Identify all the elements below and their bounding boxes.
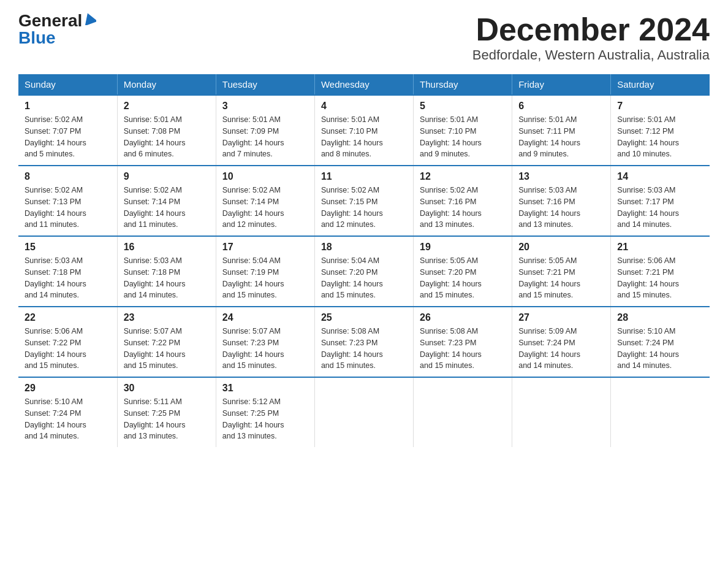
calendar-header-wednesday: Wednesday	[314, 74, 413, 95]
day-number: 21	[617, 242, 703, 253]
day-number: 9	[124, 171, 210, 182]
calendar-cell: 25Sunrise: 5:08 AMSunset: 7:23 PMDayligh…	[314, 307, 413, 377]
title-block: December 2024 Bedfordale, Western Austra…	[472, 12, 710, 63]
calendar-cell: 10Sunrise: 5:02 AMSunset: 7:14 PMDayligh…	[216, 166, 314, 236]
calendar-cell: 19Sunrise: 5:05 AMSunset: 7:20 PMDayligh…	[414, 236, 512, 307]
calendar-cell: 9Sunrise: 5:02 AMSunset: 7:14 PMDaylight…	[117, 166, 216, 236]
day-info: Sunrise: 5:02 AMSunset: 7:14 PMDaylight:…	[124, 185, 210, 231]
page-subtitle: Bedfordale, Western Australia, Australia	[472, 47, 710, 63]
day-number: 14	[617, 171, 703, 182]
day-info: Sunrise: 5:02 AMSunset: 7:13 PMDaylight:…	[25, 185, 111, 231]
calendar-header-saturday: Saturday	[611, 74, 710, 95]
day-number: 16	[124, 242, 210, 253]
day-info: Sunrise: 5:06 AMSunset: 7:21 PMDaylight:…	[617, 255, 703, 301]
day-info: Sunrise: 5:01 AMSunset: 7:09 PMDaylight:…	[222, 114, 308, 160]
day-number: 19	[420, 242, 506, 253]
calendar-cell	[314, 377, 413, 447]
calendar-header-thursday: Thursday	[414, 74, 512, 95]
calendar-cell: 26Sunrise: 5:08 AMSunset: 7:23 PMDayligh…	[414, 307, 512, 377]
day-number: 31	[222, 383, 308, 394]
calendar-cell: 21Sunrise: 5:06 AMSunset: 7:21 PMDayligh…	[611, 236, 710, 307]
day-info: Sunrise: 5:05 AMSunset: 7:21 PMDaylight:…	[518, 255, 604, 301]
day-info: Sunrise: 5:01 AMSunset: 7:10 PMDaylight:…	[321, 114, 407, 160]
calendar-cell: 3Sunrise: 5:01 AMSunset: 7:09 PMDaylight…	[216, 95, 314, 166]
day-number: 23	[124, 312, 210, 323]
calendar-header-friday: Friday	[512, 74, 611, 95]
day-number: 17	[222, 242, 308, 253]
day-number: 13	[518, 171, 604, 182]
day-number: 10	[222, 171, 308, 182]
calendar-week-row: 29Sunrise: 5:10 AMSunset: 7:24 PMDayligh…	[18, 377, 710, 447]
day-number: 25	[321, 312, 407, 323]
calendar-cell: 1Sunrise: 5:02 AMSunset: 7:07 PMDaylight…	[18, 95, 117, 166]
day-info: Sunrise: 5:04 AMSunset: 7:20 PMDaylight:…	[321, 255, 407, 301]
day-number: 1	[25, 101, 111, 112]
day-number: 4	[321, 101, 407, 112]
day-number: 2	[124, 101, 210, 112]
day-info: Sunrise: 5:03 AMSunset: 7:16 PMDaylight:…	[518, 185, 604, 231]
day-info: Sunrise: 5:01 AMSunset: 7:08 PMDaylight:…	[124, 114, 210, 160]
calendar-cell: 22Sunrise: 5:06 AMSunset: 7:22 PMDayligh…	[18, 307, 117, 377]
calendar-week-row: 22Sunrise: 5:06 AMSunset: 7:22 PMDayligh…	[18, 307, 710, 377]
day-info: Sunrise: 5:02 AMSunset: 7:14 PMDaylight:…	[222, 185, 308, 231]
day-info: Sunrise: 5:03 AMSunset: 7:18 PMDaylight:…	[124, 255, 210, 301]
day-info: Sunrise: 5:01 AMSunset: 7:10 PMDaylight:…	[420, 114, 506, 160]
day-info: Sunrise: 5:11 AMSunset: 7:25 PMDaylight:…	[124, 396, 210, 442]
calendar-cell: 12Sunrise: 5:02 AMSunset: 7:16 PMDayligh…	[414, 166, 512, 236]
calendar-cell: 11Sunrise: 5:02 AMSunset: 7:15 PMDayligh…	[314, 166, 413, 236]
day-number: 5	[420, 101, 506, 112]
calendar-header-sunday: Sunday	[18, 74, 117, 95]
day-info: Sunrise: 5:05 AMSunset: 7:20 PMDaylight:…	[420, 255, 506, 301]
day-info: Sunrise: 5:09 AMSunset: 7:24 PMDaylight:…	[518, 326, 604, 372]
day-number: 15	[25, 242, 111, 253]
day-info: Sunrise: 5:01 AMSunset: 7:12 PMDaylight:…	[617, 114, 703, 160]
page-title: December 2024	[472, 12, 710, 47]
logo-general: General	[18, 12, 82, 29]
day-number: 24	[222, 312, 308, 323]
logo: General Blue	[18, 12, 96, 47]
day-info: Sunrise: 5:03 AMSunset: 7:17 PMDaylight:…	[617, 185, 703, 231]
calendar-cell: 27Sunrise: 5:09 AMSunset: 7:24 PMDayligh…	[512, 307, 611, 377]
day-number: 11	[321, 171, 407, 182]
day-number: 8	[25, 171, 111, 182]
day-info: Sunrise: 5:10 AMSunset: 7:24 PMDaylight:…	[617, 326, 703, 372]
calendar-cell: 17Sunrise: 5:04 AMSunset: 7:19 PMDayligh…	[216, 236, 314, 307]
day-info: Sunrise: 5:07 AMSunset: 7:22 PMDaylight:…	[124, 326, 210, 372]
day-number: 6	[518, 101, 604, 112]
day-number: 26	[420, 312, 506, 323]
day-number: 20	[518, 242, 604, 253]
day-info: Sunrise: 5:04 AMSunset: 7:19 PMDaylight:…	[222, 255, 308, 301]
logo-blue: Blue	[18, 29, 56, 47]
day-info: Sunrise: 5:02 AMSunset: 7:15 PMDaylight:…	[321, 185, 407, 231]
calendar-week-row: 1Sunrise: 5:02 AMSunset: 7:07 PMDaylight…	[18, 95, 710, 166]
calendar-cell: 14Sunrise: 5:03 AMSunset: 7:17 PMDayligh…	[611, 166, 710, 236]
day-number: 12	[420, 171, 506, 182]
calendar-cell	[611, 377, 710, 447]
day-number: 29	[25, 383, 111, 394]
calendar-header-monday: Monday	[117, 74, 216, 95]
calendar-cell: 15Sunrise: 5:03 AMSunset: 7:18 PMDayligh…	[18, 236, 117, 307]
calendar-header-tuesday: Tuesday	[216, 74, 314, 95]
calendar-cell: 8Sunrise: 5:02 AMSunset: 7:13 PMDaylight…	[18, 166, 117, 236]
day-info: Sunrise: 5:06 AMSunset: 7:22 PMDaylight:…	[25, 326, 111, 372]
calendar-cell: 20Sunrise: 5:05 AMSunset: 7:21 PMDayligh…	[512, 236, 611, 307]
calendar-cell: 2Sunrise: 5:01 AMSunset: 7:08 PMDaylight…	[117, 95, 216, 166]
day-number: 22	[25, 312, 111, 323]
day-info: Sunrise: 5:12 AMSunset: 7:25 PMDaylight:…	[222, 396, 308, 442]
calendar-cell	[414, 377, 512, 447]
calendar-week-row: 8Sunrise: 5:02 AMSunset: 7:13 PMDaylight…	[18, 166, 710, 236]
page-header: General Blue December 2024 Bedfordale, W…	[18, 12, 710, 63]
day-info: Sunrise: 5:03 AMSunset: 7:18 PMDaylight:…	[25, 255, 111, 301]
day-number: 28	[617, 312, 703, 323]
day-number: 7	[617, 101, 703, 112]
calendar-cell: 13Sunrise: 5:03 AMSunset: 7:16 PMDayligh…	[512, 166, 611, 236]
calendar-cell: 30Sunrise: 5:11 AMSunset: 7:25 PMDayligh…	[117, 377, 216, 447]
calendar-cell: 29Sunrise: 5:10 AMSunset: 7:24 PMDayligh…	[18, 377, 117, 447]
day-info: Sunrise: 5:02 AMSunset: 7:07 PMDaylight:…	[25, 114, 111, 160]
day-info: Sunrise: 5:08 AMSunset: 7:23 PMDaylight:…	[321, 326, 407, 372]
calendar-cell: 16Sunrise: 5:03 AMSunset: 7:18 PMDayligh…	[117, 236, 216, 307]
day-info: Sunrise: 5:10 AMSunset: 7:24 PMDaylight:…	[25, 396, 111, 442]
calendar-cell	[512, 377, 611, 447]
calendar-cell: 18Sunrise: 5:04 AMSunset: 7:20 PMDayligh…	[314, 236, 413, 307]
calendar-cell: 28Sunrise: 5:10 AMSunset: 7:24 PMDayligh…	[611, 307, 710, 377]
